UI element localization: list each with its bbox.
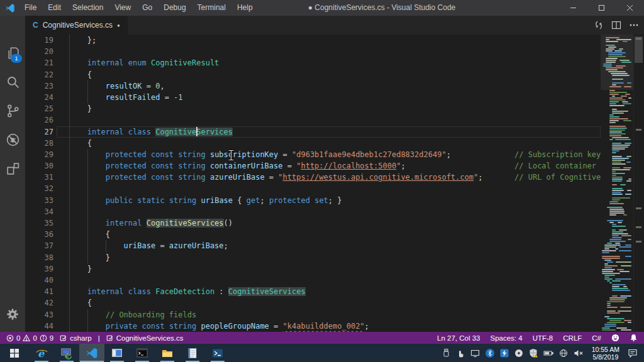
menu-selection[interactable]: Selection (67, 0, 109, 16)
code-row-33[interactable]: 33 public static string uriBase { get; p… (25, 195, 601, 206)
menu-help[interactable]: Help (231, 0, 258, 16)
bluetooth-icon[interactable] (486, 349, 494, 358)
battery-icon[interactable] (543, 349, 553, 357)
usb-icon[interactable] (442, 348, 450, 358)
code-row-34[interactable]: 34 (25, 206, 601, 217)
line-number[interactable]: 33 (25, 195, 53, 206)
line-number[interactable]: 37 (25, 240, 53, 251)
taskbar-remote-desktop[interactable] (54, 344, 79, 362)
action-center-icon[interactable] (628, 348, 638, 358)
menu-view[interactable]: View (109, 0, 136, 16)
search-icon[interactable] (0, 67, 25, 96)
recording-circle-icon[interactable] (514, 349, 523, 358)
line-number[interactable]: 19 (25, 35, 53, 46)
extensions-icon[interactable] (0, 154, 25, 183)
settings-gear-icon[interactable] (0, 302, 25, 327)
vertical-scrollbar[interactable] (633, 35, 644, 332)
line-number[interactable]: 44 (25, 321, 53, 332)
line-number[interactable]: 22 (25, 69, 53, 80)
taskbar-clock[interactable]: 10:55 AM 5/8/2019 (592, 346, 619, 361)
tab-cognitiveservices[interactable]: CognitiveServices.cs ● (25, 16, 128, 35)
menu-terminal[interactable]: Terminal (192, 0, 231, 16)
code-row-38[interactable]: 38 } (25, 252, 601, 263)
indentation[interactable]: Spaces: 4 (491, 334, 523, 342)
code-row-20[interactable]: 20 (25, 46, 601, 57)
code-row-19[interactable]: 19 }; (25, 35, 601, 46)
omnisharp-project-selector[interactable]: csharp (60, 334, 92, 342)
code-row-26[interactable]: 26 (25, 114, 601, 126)
code-row-41[interactable]: 41 internal class FaceDetection : Cognit… (25, 286, 601, 297)
code-row-29[interactable]: 29 protected const string subscriptionKe… (25, 149, 601, 160)
line-number[interactable]: 30 (25, 160, 53, 172)
start-button[interactable] (0, 344, 29, 362)
source-control-icon[interactable] (0, 96, 25, 125)
code-row-40[interactable]: 40 (25, 275, 601, 286)
menu-edit[interactable]: Edit (42, 0, 67, 16)
split-editor-icon[interactable] (611, 20, 621, 30)
taskbar-notepad[interactable] (180, 344, 205, 362)
taskbar-vscode[interactable] (79, 344, 104, 362)
notifications-bell-icon[interactable] (630, 334, 638, 342)
code-area[interactable]: 19 };2021 internal enum CognitiveResult2… (25, 35, 601, 332)
line-number[interactable]: 38 (25, 252, 53, 263)
display-icon[interactable] (470, 349, 480, 358)
code-row-30[interactable]: 30 protected const string containerUriBa… (25, 160, 601, 172)
code-row-25[interactable]: 25 } (25, 103, 601, 114)
line-number[interactable]: 28 (25, 138, 53, 149)
power-plan-icon[interactable] (500, 349, 509, 358)
line-number[interactable]: 36 (25, 229, 53, 240)
debug-icon[interactable] (0, 125, 25, 154)
code-row-43[interactable]: 43 // Onboarding fields (25, 309, 601, 321)
editor[interactable]: 19 };2021 internal enum CognitiveResult2… (25, 35, 644, 332)
feedback-smiley-icon[interactable] (611, 334, 619, 342)
taskbar-file-explorer[interactable] (155, 344, 180, 362)
menu-go[interactable]: Go (136, 0, 158, 16)
code-row-23[interactable]: 23 resultOK = 0, (25, 80, 601, 92)
code-row-35[interactable]: 35 internal CognitiveServices() (25, 217, 601, 229)
code-row-44[interactable]: 44 private const string peopleGroupName … (25, 321, 601, 332)
line-number[interactable]: 25 (25, 103, 53, 114)
line-number[interactable]: 29 (25, 149, 53, 160)
scrollbar-thumb[interactable] (635, 36, 643, 63)
code-row-39[interactable]: 39 } (25, 263, 601, 275)
maximize-button[interactable] (587, 0, 616, 16)
code-row-28[interactable]: 28 { (25, 138, 601, 149)
code-row-32[interactable]: 32 (25, 183, 601, 194)
language-mode[interactable]: C# (592, 334, 601, 342)
minimap[interactable] (601, 35, 634, 332)
explorer-icon[interactable]: 1 (0, 38, 25, 67)
taskbar-app-viewer[interactable] (104, 344, 130, 362)
line-number[interactable]: 42 (25, 297, 53, 309)
touch-input-icon[interactable] (456, 348, 465, 358)
minimize-button[interactable] (559, 0, 587, 16)
code-row-21[interactable]: 21 internal enum CognitiveResult (25, 57, 601, 69)
line-number[interactable]: 39 (25, 263, 53, 275)
line-number[interactable]: 24 (25, 92, 53, 103)
encoding[interactable]: UTF-8 (533, 334, 553, 342)
line-number[interactable]: 20 (25, 46, 53, 57)
more-actions-icon[interactable] (629, 20, 639, 30)
line-number[interactable]: 32 (25, 183, 53, 194)
taskbar-internet-explorer[interactable]: e (29, 344, 54, 362)
line-number[interactable]: 43 (25, 309, 53, 321)
problems-indicator[interactable]: 0 0 9 (6, 334, 53, 342)
code-row-27[interactable]: 27 internal class CognitiveServices (25, 126, 601, 138)
line-number[interactable]: 27 (25, 126, 53, 138)
code-row-37[interactable]: 37 uriBase = azureUriBase; (25, 240, 601, 251)
menu-file[interactable]: File (19, 0, 42, 16)
defender-shield-icon[interactable]: ! (529, 348, 538, 358)
code-row-42[interactable]: 42 { (25, 297, 601, 309)
code-row-22[interactable]: 22 { (25, 69, 601, 80)
code-row-36[interactable]: 36 { (25, 229, 601, 240)
volume-muted-icon[interactable] (574, 349, 584, 358)
code-row-31[interactable]: 31 protected const string azureUriBase =… (25, 172, 601, 183)
open-changes-icon[interactable] (594, 20, 604, 30)
taskbar-powershell[interactable] (205, 344, 230, 362)
cursor-position[interactable]: Ln 27, Col 33 (437, 334, 480, 342)
network-globe-icon[interactable] (559, 349, 568, 358)
line-number[interactable]: 21 (25, 57, 53, 69)
line-number[interactable]: 41 (25, 286, 53, 297)
close-button[interactable] (616, 0, 644, 16)
line-number[interactable]: 34 (25, 206, 53, 217)
line-number[interactable]: 26 (25, 114, 53, 126)
